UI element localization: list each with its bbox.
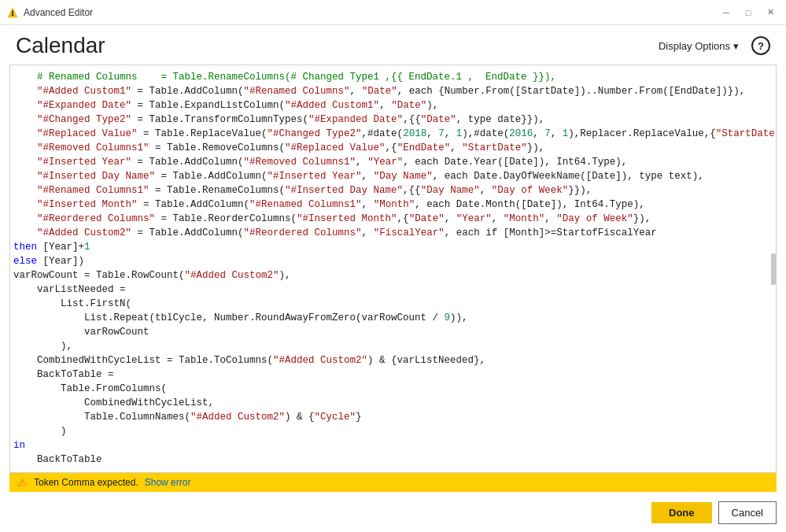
code-line: ) <box>10 426 776 440</box>
title-bar-text: Advanced Editor <box>24 7 93 18</box>
code-line <box>10 468 776 472</box>
display-options-button[interactable]: Display Options ▾ <box>654 37 744 55</box>
display-options-label: Display Options <box>659 40 730 52</box>
page-title: Calendar <box>16 33 105 58</box>
code-line: "#Replaced Value" = Table.ReplaceValue("… <box>10 128 776 142</box>
status-message: Token Comma expected. <box>34 477 138 488</box>
code-line: "#Removed Columns1" = Table.RemoveColumn… <box>10 142 776 157</box>
header-area: Calendar Display Options ▾ ? <box>0 25 786 65</box>
code-line: "#Expanded Date" = Table.ExpandListColum… <box>10 100 776 114</box>
svg-rect-2 <box>12 10 13 13</box>
code-line: "#Reordered Columns" = Table.ReorderColu… <box>10 213 776 227</box>
minimize-button[interactable]: ─ <box>717 5 736 20</box>
code-line: then [Year]+1 <box>10 242 776 256</box>
help-button[interactable]: ? <box>751 36 770 55</box>
code-line: List.FirstN( <box>10 298 776 312</box>
show-error-link[interactable]: Show error <box>145 477 191 488</box>
editor-scroll[interactable]: # Renamed Columns = Table.RenameColumns(… <box>10 65 776 472</box>
action-bar: Done Cancel <box>0 497 786 532</box>
title-bar: Advanced Editor ─ □ ✕ <box>0 0 786 25</box>
cancel-button[interactable]: Cancel <box>718 501 777 524</box>
header-right: Display Options ▾ ? <box>654 36 770 55</box>
code-line: List.Repeat(tblCycle, Number.RoundAwayFr… <box>10 312 776 327</box>
code-line: varListNeeded = <box>10 284 776 298</box>
resize-handle[interactable] <box>771 253 776 285</box>
code-line: in <box>10 440 776 454</box>
code-line: "#Inserted Year" = Table.AddColumn("#Rem… <box>10 157 776 171</box>
status-bar: ⚠ Token Comma expected. Show error <box>9 473 777 492</box>
code-line: # Renamed Columns = Table.RenameColumns(… <box>10 72 776 86</box>
code-line: CombinedWithCycleList = Table.ToColumns(… <box>10 355 776 369</box>
code-line: "#Added Custom2" = Table.AddColumn("#Reo… <box>10 227 776 242</box>
title-bar-controls: ─ □ ✕ <box>717 5 780 20</box>
code-line: varRowCount = Table.RowCount("#Added Cus… <box>10 270 776 284</box>
code-line: varRowCount <box>10 327 776 341</box>
code-line: "#Added Custom1" = Table.AddColumn("#Ren… <box>10 86 776 100</box>
code-line: "#Renamed Columns1" = Table.RenameColumn… <box>10 185 776 199</box>
code-line: BackToTable = <box>10 369 776 383</box>
close-button[interactable]: ✕ <box>761 5 780 20</box>
code-line: "#Inserted Month" = Table.AddColumn("#Re… <box>10 199 776 213</box>
app-icon <box>6 6 19 19</box>
done-button[interactable]: Done <box>651 502 712 523</box>
svg-point-1 <box>12 13 13 15</box>
code-line: "#Changed Type2" = Table.TransformColumn… <box>10 114 776 128</box>
window-body: Calendar Display Options ▾ ? # Renamed C… <box>0 25 786 532</box>
chevron-down-icon: ▾ <box>733 40 739 52</box>
code-line: Table.FromColumns( <box>10 383 776 397</box>
maximize-button[interactable]: □ <box>739 5 758 20</box>
code-line: Table.ColumnNames("#Added Custom2") & {"… <box>10 412 776 426</box>
code-line: "#Inserted Day Name" = Table.AddColumn("… <box>10 171 776 185</box>
code-line: ), <box>10 341 776 355</box>
warning-icon: ⚠ <box>17 476 28 489</box>
code-line: else [Year]) <box>10 256 776 270</box>
code-line: BackToTable <box>10 454 776 468</box>
title-bar-left: Advanced Editor <box>6 6 93 19</box>
code-line: CombinedWithCycleList, <box>10 397 776 412</box>
editor-container[interactable]: # Renamed Columns = Table.RenameColumns(… <box>9 65 777 473</box>
